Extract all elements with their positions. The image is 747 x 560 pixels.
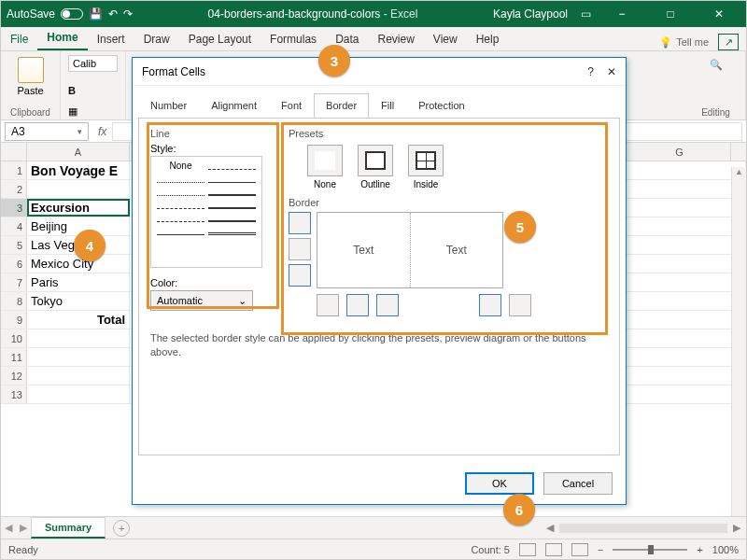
cell-a[interactable]: Excursion bbox=[27, 199, 130, 217]
row-header[interactable]: 4 bbox=[1, 217, 27, 235]
row-header[interactable]: 7 bbox=[1, 273, 27, 291]
line-style-none[interactable]: None bbox=[157, 161, 204, 170]
line-style-thick[interactable] bbox=[208, 200, 256, 209]
border-middle-h-button[interactable] bbox=[289, 238, 311, 260]
window-minimize[interactable]: − bbox=[604, 1, 640, 27]
tell-me-search[interactable]: 💡 Tell me bbox=[659, 36, 709, 49]
zoom-in-button[interactable]: + bbox=[697, 544, 702, 555]
bold-button[interactable]: B bbox=[68, 85, 76, 96]
zoom-slider[interactable] bbox=[613, 549, 687, 551]
line-style-heavy[interactable] bbox=[208, 213, 256, 222]
line-style-picker[interactable]: None bbox=[150, 156, 262, 268]
add-sheet-button[interactable]: + bbox=[113, 520, 130, 537]
qat-save-icon[interactable]: 💾 bbox=[89, 7, 103, 21]
row-header[interactable]: 11 bbox=[1, 348, 27, 366]
select-all-corner[interactable] bbox=[1, 143, 27, 161]
sheet-tab-summary[interactable]: Summary bbox=[31, 517, 106, 539]
dialog-help-icon[interactable]: ? bbox=[587, 65, 594, 78]
dialog-tab-alignment[interactable]: Alignment bbox=[199, 93, 269, 118]
editing-group[interactable]: 🔍 bbox=[694, 59, 738, 71]
window-close[interactable]: ✕ bbox=[701, 1, 737, 27]
cell-a[interactable] bbox=[27, 329, 130, 347]
border-diag-up-button[interactable] bbox=[317, 294, 339, 316]
border-diag-down-button[interactable] bbox=[509, 294, 531, 316]
line-style-dash[interactable] bbox=[208, 161, 256, 170]
row-header[interactable]: 6 bbox=[1, 255, 27, 273]
window-maximize[interactable]: □ bbox=[653, 1, 688, 27]
ribbon-tab-file[interactable]: File bbox=[1, 28, 37, 50]
cell-a[interactable]: Tokyo bbox=[27, 292, 130, 310]
line-style-dash2[interactable] bbox=[157, 200, 204, 209]
paste-label[interactable]: Paste bbox=[8, 85, 52, 96]
chevron-down-icon[interactable]: ▾ bbox=[78, 127, 82, 136]
sheet-nav-prev[interactable]: ◀ bbox=[1, 522, 16, 534]
border-middle-v-button[interactable] bbox=[376, 294, 399, 316]
dialog-tab-number[interactable]: Number bbox=[138, 93, 199, 118]
border-color-dropdown[interactable]: Automatic ⌄ bbox=[150, 290, 253, 311]
autosave-toggle[interactable] bbox=[61, 8, 83, 20]
cell-a[interactable] bbox=[27, 180, 130, 198]
cell-a[interactable]: Paris bbox=[27, 273, 130, 291]
border-preview[interactable]: Text Text bbox=[317, 212, 503, 288]
font-name-box[interactable]: Calib bbox=[68, 55, 118, 72]
name-box[interactable]: A3 ▾ bbox=[5, 122, 89, 141]
dialog-close-icon[interactable]: ✕ bbox=[607, 65, 616, 78]
ribbon-tab-insert[interactable]: Insert bbox=[88, 28, 134, 50]
ribbon-tab-page-layout[interactable]: Page Layout bbox=[179, 28, 261, 50]
row-header[interactable]: 5 bbox=[1, 236, 27, 254]
view-page-break-icon[interactable] bbox=[571, 543, 588, 556]
vertical-scrollbar[interactable]: ▲ bbox=[731, 167, 746, 516]
border-left-button[interactable] bbox=[346, 294, 369, 316]
borders-button[interactable]: ▦ bbox=[68, 105, 78, 118]
preset-inside-button[interactable] bbox=[408, 145, 444, 176]
line-style-dot1[interactable] bbox=[157, 174, 204, 183]
fx-icon[interactable]: fx bbox=[92, 125, 112, 138]
qat-redo-icon[interactable]: ↷ bbox=[123, 7, 133, 21]
cancel-button[interactable]: Cancel bbox=[543, 472, 613, 495]
ribbon-options-icon[interactable]: ▭ bbox=[581, 7, 591, 21]
row-header[interactable]: 2 bbox=[1, 180, 27, 198]
sheet-nav-next[interactable]: ▶ bbox=[16, 522, 31, 534]
user-name[interactable]: Kayla Claypool bbox=[493, 7, 568, 21]
horizontal-scrollbar[interactable] bbox=[559, 524, 727, 533]
ribbon-tab-home[interactable]: Home bbox=[37, 26, 87, 50]
share-button[interactable]: ↗ bbox=[718, 34, 739, 50]
line-style-double[interactable] bbox=[208, 226, 256, 235]
zoom-out-button[interactable]: − bbox=[598, 544, 603, 555]
ribbon-tab-formulas[interactable]: Formulas bbox=[261, 28, 326, 50]
row-header[interactable]: 12 bbox=[1, 367, 27, 385]
ribbon-tab-draw[interactable]: Draw bbox=[134, 28, 179, 50]
cell-a[interactable]: Total bbox=[27, 311, 130, 329]
hscroll-right-icon[interactable]: ▶ bbox=[733, 522, 740, 534]
ribbon-tab-view[interactable]: View bbox=[424, 28, 467, 50]
line-style-dot2[interactable] bbox=[157, 187, 204, 196]
preset-none-button[interactable] bbox=[307, 145, 343, 176]
line-style-medium[interactable] bbox=[208, 187, 256, 196]
dialog-tab-font[interactable]: Font bbox=[269, 93, 314, 118]
line-style-thin2[interactable] bbox=[157, 226, 204, 235]
row-header[interactable]: 8 bbox=[1, 292, 27, 310]
paste-icon[interactable] bbox=[18, 57, 44, 83]
line-style-thin[interactable] bbox=[208, 174, 256, 183]
dialog-tab-fill[interactable]: Fill bbox=[369, 93, 406, 118]
view-normal-icon[interactable] bbox=[519, 543, 536, 556]
col-header-g[interactable]: G bbox=[628, 143, 731, 161]
cell-a[interactable]: Bon Voyage E bbox=[27, 161, 130, 179]
cell-a[interactable] bbox=[27, 367, 130, 385]
col-header-a[interactable]: A bbox=[27, 143, 130, 161]
ribbon-tab-review[interactable]: Review bbox=[368, 28, 423, 50]
dialog-tab-protection[interactable]: Protection bbox=[406, 93, 477, 118]
ribbon-tab-help[interactable]: Help bbox=[467, 28, 509, 50]
border-top-button[interactable] bbox=[289, 212, 311, 234]
scroll-up-icon[interactable]: ▲ bbox=[732, 167, 746, 176]
preset-outline-button[interactable] bbox=[358, 145, 393, 176]
row-header[interactable]: 1 bbox=[1, 161, 27, 179]
row-header[interactable]: 9 bbox=[1, 311, 27, 329]
cell-a[interactable] bbox=[27, 385, 130, 403]
line-style-dash3[interactable] bbox=[157, 213, 204, 222]
cell-a[interactable] bbox=[27, 348, 130, 366]
qat-undo-icon[interactable]: ↶ bbox=[108, 7, 118, 21]
dialog-tab-border[interactable]: Border bbox=[314, 93, 369, 118]
view-page-layout-icon[interactable] bbox=[545, 543, 562, 556]
row-header[interactable]: 10 bbox=[1, 329, 27, 347]
